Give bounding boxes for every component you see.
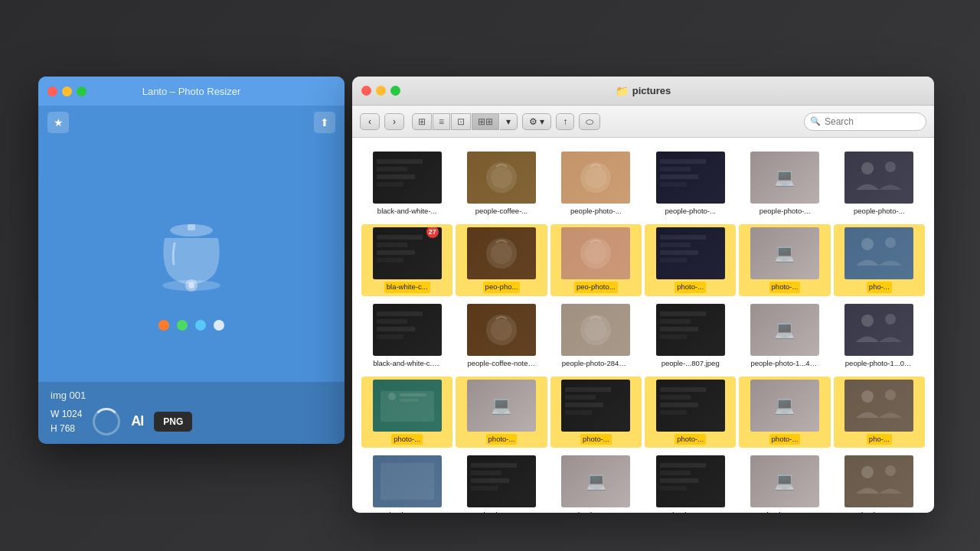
svg-rect-91 [660, 486, 687, 491]
file-label: people-photo-...223.jpeg [371, 510, 443, 513]
lanto-maximize-button[interactable] [77, 86, 87, 96]
file-item[interactable]: people-photo-...44.jpeg [645, 452, 736, 513]
svg-point-50 [491, 319, 512, 341]
share-button[interactable]: ↑ [556, 113, 574, 130]
ai-button[interactable]: AI [131, 413, 143, 429]
thumb-inner: 💻 [561, 455, 630, 507]
file-thumbnail [373, 304, 442, 356]
lanto-minimize-button[interactable] [62, 86, 72, 96]
file-item[interactable]: 💻 people-photo-...477.jpeg [739, 452, 830, 513]
finder-minimize-button[interactable] [376, 86, 386, 96]
svg-rect-39 [660, 258, 687, 262]
view-gallery-button[interactable]: ⊞⊞ [472, 113, 499, 130]
svg-point-53 [585, 319, 606, 341]
spinner-control[interactable] [93, 408, 120, 435]
file-item[interactable]: people-photo-... [550, 148, 642, 220]
file-label: photo-... [391, 434, 423, 445]
thumb-inner: 💻 [750, 227, 819, 279]
file-thumbnail [467, 227, 536, 279]
search-wrapper: 🔍 [804, 112, 926, 131]
dot-green[interactable] [177, 320, 188, 331]
svg-rect-83 [471, 463, 517, 468]
svg-rect-58 [660, 334, 687, 339]
file-item[interactable]: pho-... [834, 377, 925, 448]
file-thumbnail [467, 455, 536, 507]
view-options-dropdown[interactable]: ▾ [500, 113, 518, 130]
svg-point-93 [861, 466, 874, 478]
file-label: people-photo-1...07.jpeg [843, 358, 916, 369]
lanto-toolbar: ★ ⬆ [38, 106, 345, 139]
thumb-inner [373, 304, 442, 356]
file-label: peo-photo... [574, 282, 618, 292]
svg-rect-8 [377, 174, 415, 179]
file-item[interactable]: 27 bla-white-c... [361, 224, 452, 295]
gear-button[interactable]: ⚙ ▾ [522, 113, 551, 130]
file-label: people-photo-1...44.jpeg [748, 358, 821, 369]
file-item[interactable]: people-photo-... [834, 148, 925, 220]
file-thumbnail [656, 227, 725, 279]
folder-icon: 📁 [616, 85, 629, 97]
file-item[interactable]: photo-... [361, 377, 452, 448]
svg-rect-9 [377, 182, 403, 187]
file-item[interactable]: 💻 people-photo-...87a.png [550, 452, 642, 513]
lanto-close-button[interactable] [47, 86, 57, 96]
file-label: photo-... [580, 434, 612, 445]
forward-button[interactable]: › [384, 113, 404, 130]
search-input[interactable] [804, 112, 926, 131]
file-item[interactable]: people-photo-...878.jpeg [834, 452, 925, 513]
file-item[interactable]: peo-photo... [550, 224, 642, 295]
file-item[interactable]: photo-... [645, 377, 736, 448]
file-item[interactable]: people-coffee-... [456, 148, 547, 220]
lanto-favorite-button[interactable]: ★ [47, 112, 69, 133]
file-item[interactable]: people-photo-28482.jpg [550, 301, 642, 372]
width-label: W 1024 [51, 407, 82, 422]
file-item[interactable]: 💻 people-photo-1...44.jpeg [739, 301, 830, 372]
file-thumbnail [656, 152, 725, 204]
file-item[interactable]: 💻 photo-... [739, 224, 830, 295]
file-label: people-coffee-notes-tea.jpg [465, 358, 537, 369]
file-item[interactable]: 💻 photo-... [456, 377, 547, 448]
svg-rect-86 [471, 486, 498, 491]
file-thumbnail [373, 380, 442, 432]
svg-rect-65 [400, 393, 426, 396]
file-item[interactable]: photo-... [550, 377, 642, 448]
dot-blue[interactable] [195, 320, 206, 331]
back-button[interactable]: ‹ [360, 113, 380, 130]
file-item[interactable]: people-photo-...087.jpeg [456, 452, 547, 513]
file-item[interactable]: black-and-white-... [361, 148, 452, 220]
finder-content[interactable]: black-and-white-... people-coffee-... pe [352, 138, 934, 513]
file-item[interactable]: photo-... [645, 224, 736, 295]
svg-rect-88 [660, 463, 706, 468]
file-item[interactable]: black-and-white-c...ple.jpg [361, 301, 452, 372]
view-list-button[interactable]: ≡ [433, 113, 450, 130]
lanto-share-button[interactable]: ⬆ [314, 112, 335, 133]
file-item[interactable]: people-...807.jpeg [645, 301, 736, 372]
file-item[interactable]: peo-pho... [456, 224, 547, 295]
file-item[interactable]: 💻 people-photo-... [739, 148, 830, 220]
file-label: bla-white-c... [384, 282, 430, 292]
finder-window: 📁 pictures ‹ › ⊞ ≡ ⊡ ⊞⊞ ▾ ⚙ ▾ ↑ ⬭ 🔍 [352, 77, 934, 513]
file-thumbnail: 💻 [561, 455, 630, 507]
finder-maximize-button[interactable] [390, 86, 400, 96]
file-item[interactable]: people-photo-1...07.jpeg [834, 301, 925, 372]
file-item[interactable]: people-photo-...223.jpeg [361, 452, 452, 513]
file-item[interactable]: people-coffee-notes-tea.jpg [456, 301, 547, 372]
dot-white[interactable] [214, 320, 224, 331]
file-label: people-photo-...878.jpeg [843, 510, 916, 513]
view-column-button[interactable]: ⊡ [451, 113, 471, 130]
file-label: pho-... [867, 434, 892, 445]
file-thumbnail [467, 152, 536, 204]
svg-rect-57 [660, 327, 698, 331]
tag-button[interactable]: ⬭ [579, 113, 600, 130]
file-item[interactable]: people-photo-... [645, 148, 736, 220]
file-label: people-coffee-... [473, 206, 530, 217]
thumb-inner [656, 380, 725, 432]
finder-close-button[interactable] [361, 86, 371, 96]
file-item[interactable]: 💻 photo-... [739, 377, 830, 448]
file-item[interactable]: pho-... [834, 224, 925, 295]
finder-title-text: pictures [632, 85, 671, 96]
format-button[interactable]: PNG [154, 412, 192, 432]
dot-orange[interactable] [158, 320, 169, 331]
view-icon-button[interactable]: ⊞ [412, 113, 432, 130]
thumb-inner [844, 304, 913, 356]
